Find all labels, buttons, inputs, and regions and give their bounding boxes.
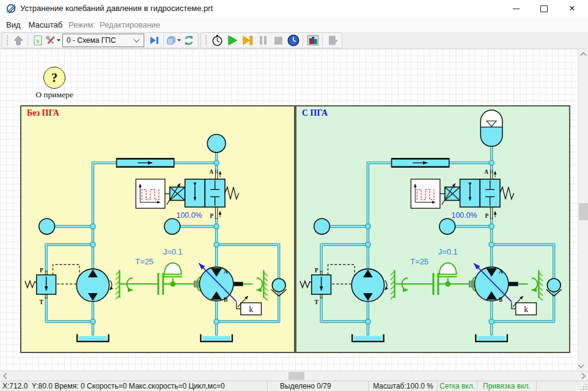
accumulator[interactable] [480, 110, 502, 146]
run-button[interactable] [224, 33, 240, 48]
valve-port-a-label: A [209, 169, 213, 175]
chevron-up-icon [581, 52, 587, 58]
relief-valve[interactable]: PT [25, 264, 79, 305]
gain-block[interactable]: k [512, 296, 537, 315]
navigate-up-button[interactable] [10, 33, 26, 48]
signal-generator[interactable] [411, 179, 445, 209]
inertia-label: J=0.1 [163, 247, 183, 256]
schematic-with-accumulator[interactable]: AP100.0%PTT=25J=0.1ABk [296, 106, 569, 352]
scroll-left-button[interactable] [0, 371, 10, 381]
relief-valve[interactable]: PT [300, 264, 355, 305]
pressure-gauge[interactable] [164, 218, 180, 234]
toolbar-grip[interactable] [6, 35, 9, 46]
motor-port-b-label: B [499, 297, 503, 303]
directional-valve[interactable]: AP100.0% [177, 169, 239, 220]
close-button[interactable]: × [562, 0, 582, 17]
window-title: Устранение колебаний давления в гидросис… [20, 0, 213, 17]
relief-port-t-label: T [39, 299, 43, 305]
valve-opening-label: 100.0% [177, 211, 202, 220]
valve-opening-label: 100.0% [452, 211, 477, 220]
tools-button[interactable] [45, 33, 61, 48]
flow-indicator[interactable] [392, 158, 449, 167]
scheme-select[interactable]: 0 - Схема ГПС [62, 34, 144, 47]
schematic-canvas[interactable]: ? О примере Без ПГА AP100.0%PTT=25J=0.1A… [0, 49, 578, 371]
pressure-gauge[interactable] [39, 218, 55, 234]
valve-actuator[interactable] [442, 184, 460, 205]
toolbar-grip[interactable] [205, 35, 207, 46]
chevron-left-icon [3, 373, 9, 379]
status-filler [536, 381, 588, 391]
play-icon [226, 34, 239, 47]
signal-generator[interactable] [136, 179, 170, 209]
valve-actuator[interactable] [167, 184, 185, 205]
report-icon [326, 34, 339, 47]
horizontal-scrollbar[interactable] [0, 371, 588, 381]
menu-view[interactable]: Вид [6, 20, 21, 29]
status-grid-toggle[interactable]: Сетка вкл. [437, 381, 477, 391]
refresh-button[interactable] [181, 33, 196, 48]
relief-port-p-label: P [40, 267, 43, 274]
relief-port-t-label: T [314, 299, 318, 305]
pump[interactable] [351, 269, 387, 301]
toolbar-separator [163, 34, 164, 47]
toolbar-band-simulation [200, 32, 342, 48]
panel-with-accumulator[interactable]: С ПГА AP100.0%PTT=25J=0.1ABk [295, 105, 570, 353]
pause-button[interactable] [255, 33, 270, 48]
tools-caret-icon [57, 39, 61, 42]
step-button[interactable] [240, 33, 255, 48]
mechanical-drive[interactable]: T=25J=0.1 [116, 247, 268, 300]
question-mark-icon[interactable]: ? [43, 67, 65, 89]
resize-grip[interactable] [580, 383, 587, 390]
stop-icon [271, 34, 285, 47]
pressure-gauge[interactable] [439, 218, 455, 234]
enter-submodel-button[interactable] [146, 33, 161, 48]
minimize-icon [513, 9, 520, 9]
stiffness-label: T=25 [135, 257, 153, 266]
scroll-right-button[interactable] [578, 371, 588, 381]
status-snap-toggle[interactable]: Привязка вкл. [477, 381, 536, 391]
report-button[interactable] [325, 33, 340, 48]
stiffness-label: T=25 [410, 257, 428, 266]
vertical-scrollbar[interactable] [578, 49, 588, 371]
vertical-scroll-thumb[interactable] [579, 203, 588, 220]
scroll-up-button[interactable] [578, 49, 588, 59]
status-zoom: Масштаб:100.0 % [369, 381, 437, 391]
stop-button[interactable] [270, 33, 285, 48]
menu-bar: Вид Масштаб Режим: Редактирование [0, 17, 588, 32]
hydraulic-motor[interactable]: AB [199, 263, 236, 302]
refresh-icon [183, 34, 195, 47]
toolbar: s 0 - Схема ГПС [0, 32, 588, 49]
maximize-button[interactable] [534, 0, 554, 17]
scroll-down-button[interactable] [578, 360, 588, 371]
hydraulic-motor[interactable]: AB [474, 263, 511, 302]
panel-title: С ПГА [302, 108, 328, 118]
stopwatch-button[interactable] [209, 33, 224, 48]
horizontal-scroll-thumb[interactable] [288, 372, 304, 380]
panel-title: Без ПГА [27, 108, 59, 118]
scheme-select-value: 0 - Схема ГПС [67, 36, 134, 45]
script-button[interactable]: s [30, 33, 45, 48]
panel-without-accumulator[interactable]: Без ПГА AP100.0%PTT=25J=0.1ABk [20, 105, 295, 353]
pressure-gauge[interactable] [314, 218, 330, 234]
about-example[interactable]: ? О примере [21, 67, 88, 100]
time-settings-button[interactable] [285, 33, 301, 48]
pump[interactable] [76, 269, 112, 301]
gain-block[interactable]: k [237, 296, 262, 315]
mechanical-drive[interactable]: T=25J=0.1 [391, 247, 543, 300]
flow-indicator[interactable] [117, 158, 174, 167]
toolbar-band-edit: s 0 - Схема ГПС [2, 32, 199, 48]
charts-button[interactable] [305, 33, 320, 48]
directional-valve[interactable]: AP100.0% [452, 169, 514, 220]
toolbar-separator [303, 34, 303, 47]
application-window: Устранение колебаний давления в гидросис… [0, 0, 588, 391]
schematic-without-accumulator[interactable]: AP100.0%PTT=25J=0.1ABk [21, 106, 294, 352]
script-icon: s [32, 34, 44, 47]
relief-port-p-label: P [315, 267, 318, 274]
menu-scale[interactable]: Масштаб [29, 20, 63, 29]
pressure-gauge[interactable] [207, 135, 226, 153]
layers-button[interactable] [166, 33, 181, 48]
pause-icon [256, 34, 270, 47]
chevron-right-icon [579, 373, 585, 379]
step-forward-icon [241, 34, 254, 47]
minimize-button[interactable] [505, 0, 526, 17]
